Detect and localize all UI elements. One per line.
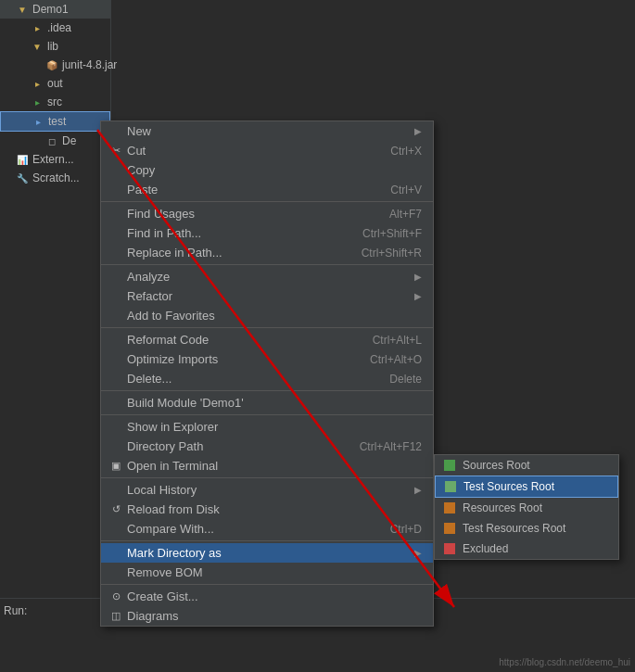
menu-paste-label: Paste — [127, 183, 158, 197]
watermark: https://blog.csdn.net/deemo_hui — [499, 657, 630, 667]
menu-item-reformat[interactable]: Reformat Code Ctrl+Alt+L — [101, 330, 433, 349]
optimize-shortcut: Ctrl+Alt+O — [370, 353, 422, 366]
submenu-test-resources-root-label: Test Resources Root — [463, 522, 565, 535]
submenu-arrow: ▶ — [414, 126, 422, 136]
external-icon: 📊 — [15, 152, 30, 167]
menu-item-paste[interactable]: Paste Ctrl+V — [101, 180, 433, 199]
tree-item-label: junit-4.8.jar — [62, 58, 117, 71]
menu-item-optimize[interactable]: Optimize Imports Ctrl+Alt+O — [101, 349, 433, 369]
menu-item-show-explorer[interactable]: Show in Explorer — [101, 417, 433, 437]
submenu-item-excluded[interactable]: Excluded — [435, 539, 618, 559]
project-icon: ▼ — [15, 2, 30, 17]
tree-item-lib[interactable]: ▼ lib — [0, 37, 110, 56]
tree-item-label: Scratch... — [32, 171, 80, 184]
project-panel: ▼ Demo1 ▸ .idea ▼ lib 📦 junit-4.8.jar ▸ … — [0, 0, 111, 672]
menu-terminal-label: Open in Terminal — [127, 459, 218, 473]
run-label: Run: — [4, 602, 27, 617]
menu-diagrams-label: Diagrams — [127, 609, 179, 623]
separator-6 — [101, 477, 433, 478]
separator-4 — [101, 390, 433, 391]
menu-replace-path-label: Replace in Path... — [127, 246, 222, 260]
separator-2 — [101, 264, 433, 265]
terminal-icon: ▣ — [108, 459, 123, 474]
tree-item-src[interactable]: ▸ src — [0, 93, 110, 111]
menu-item-find-usages[interactable]: Find Usages Alt+F7 — [101, 204, 433, 223]
folder-icon: ▸ — [30, 76, 44, 91]
paste-shortcut: Ctrl+V — [390, 184, 422, 197]
submenu-excluded-label: Excluded — [463, 542, 508, 555]
menu-cut-label: Cut — [127, 144, 146, 158]
menu-item-build[interactable]: Build Module 'Demo1' — [101, 393, 433, 412]
menu-build-label: Build Module 'Demo1' — [127, 396, 244, 410]
menu-item-reload[interactable]: ↺ Reload from Disk — [101, 500, 433, 519]
tree-item-label: lib — [47, 40, 58, 53]
jar-icon: 📦 — [44, 57, 59, 72]
menu-item-create-gist[interactable]: ⊙ Create Gist... — [101, 587, 433, 606]
menu-item-local-history[interactable]: Local History ▶ — [101, 480, 433, 500]
menu-analyze-label: Analyze — [127, 270, 170, 284]
tree-item-jar[interactable]: 📦 junit-4.8.jar — [0, 56, 110, 74]
find-usages-shortcut: Alt+F7 — [389, 208, 422, 221]
menu-item-remove-bom[interactable]: Remove BOM — [101, 563, 433, 582]
menu-item-terminal[interactable]: ▣ Open in Terminal — [101, 456, 433, 475]
menu-delete-label: Delete... — [127, 372, 171, 386]
menu-reformat-label: Reformat Code — [127, 333, 209, 347]
menu-copy-label: Copy — [127, 163, 155, 177]
file-icon: ◻ — [44, 133, 59, 148]
find-path-shortcut: Ctrl+Shift+F — [362, 227, 422, 240]
separator-7 — [101, 540, 433, 541]
reformat-shortcut: Ctrl+Alt+L — [373, 334, 422, 347]
folder-icon: ▼ — [30, 39, 44, 54]
tree-item-label: De — [62, 134, 76, 147]
menu-item-analyze[interactable]: Analyze ▶ — [101, 267, 433, 286]
tree-item-label: Demo1 — [32, 3, 69, 16]
submenu-sources-root-label: Sources Root — [463, 459, 530, 472]
tree-item-label: Extern... — [32, 153, 74, 166]
resources-root-color — [444, 502, 455, 514]
submenu-resources-root-label: Resources Root — [463, 501, 542, 514]
tree-item-test[interactable]: ▸ test — [0, 111, 110, 132]
menu-item-copy[interactable]: Copy — [101, 160, 433, 180]
menu-reload-label: Reload from Disk — [127, 502, 220, 516]
menu-item-delete[interactable]: Delete... Delete — [101, 369, 433, 388]
submenu-item-test-sources-root[interactable]: Test Sources Root — [435, 475, 618, 498]
menu-item-diagrams[interactable]: ◫ Diagrams — [101, 606, 433, 626]
menu-favorites-label: Add to Favorites — [127, 309, 215, 323]
menu-item-find-path[interactable]: Find in Path... Ctrl+Shift+F — [101, 223, 433, 243]
folder-icon: ▸ — [30, 95, 44, 109]
tree-item-external[interactable]: 📊 Extern... — [0, 150, 110, 169]
cut-icon: ✂ — [108, 144, 123, 158]
tree-item-scratch[interactable]: 🔧 Scratch... — [0, 169, 110, 187]
menu-item-compare[interactable]: Compare With... Ctrl+D — [101, 519, 433, 539]
tree-item-de[interactable]: ◻ De — [0, 132, 110, 150]
menu-item-mark-directory[interactable]: Mark Directory as ▶ — [101, 543, 433, 563]
menu-create-gist-label: Create Gist... — [127, 590, 198, 603]
tree-item-demo1[interactable]: ▼ Demo1 — [0, 0, 110, 19]
menu-item-new[interactable]: New ▶ — [101, 121, 433, 141]
menu-optimize-label: Optimize Imports — [127, 352, 218, 366]
tree-item-out[interactable]: ▸ out — [0, 74, 110, 93]
dir-path-shortcut: Ctrl+Alt+F12 — [360, 440, 422, 453]
menu-item-refactor[interactable]: Refactor ▶ — [101, 286, 433, 306]
cut-shortcut: Ctrl+X — [390, 145, 422, 158]
submenu-item-resources-root[interactable]: Resources Root — [435, 498, 618, 518]
separator-8 — [101, 584, 433, 585]
tree-item-label: test — [48, 115, 66, 128]
menu-item-dir-path[interactable]: Directory Path Ctrl+Alt+F12 — [101, 437, 433, 456]
menu-item-favorites[interactable]: Add to Favorites — [101, 306, 433, 325]
menu-item-cut[interactable]: ✂ Cut Ctrl+X — [101, 141, 433, 160]
analyze-arrow: ▶ — [414, 272, 422, 282]
tree-item-label: .idea — [47, 21, 71, 34]
separator-3 — [101, 327, 433, 328]
mark-directory-submenu: Sources Root Test Sources Root Resources… — [434, 454, 619, 560]
excluded-color — [444, 543, 455, 554]
menu-item-replace-path[interactable]: Replace in Path... Ctrl+Shift+R — [101, 243, 433, 262]
diagrams-icon: ◫ — [108, 609, 123, 624]
submenu-item-test-resources-root[interactable]: Test Resources Root — [435, 518, 618, 539]
submenu-item-sources-root[interactable]: Sources Root — [435, 455, 618, 475]
menu-refactor-label: Refactor — [127, 289, 172, 303]
tree-item-idea[interactable]: ▸ .idea — [0, 19, 110, 37]
menu-mark-directory-label: Mark Directory as — [127, 546, 222, 560]
test-resources-root-color — [444, 523, 455, 534]
folder-icon: ▸ — [30, 20, 44, 35]
